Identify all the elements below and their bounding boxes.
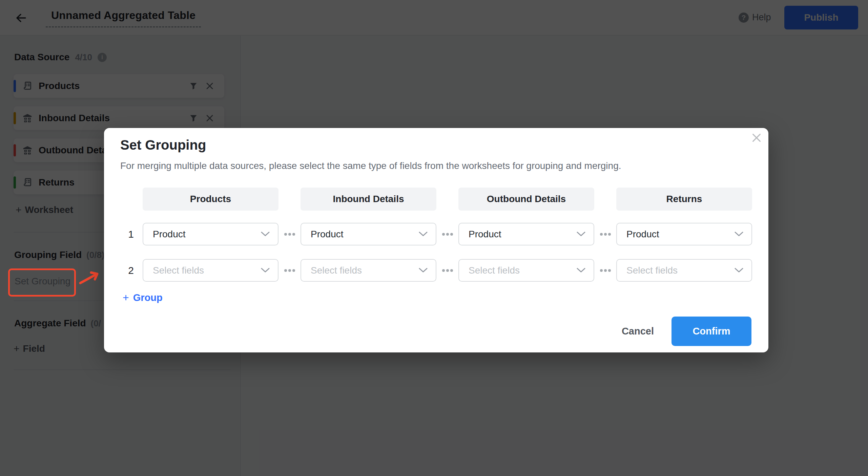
chevron-down-icon xyxy=(577,268,585,273)
column-header-row: Products Inbound Details Outbound Detail… xyxy=(120,188,754,211)
cancel-button[interactable]: Cancel xyxy=(622,326,654,337)
chevron-down-icon xyxy=(419,232,428,237)
link-dots-icon xyxy=(600,233,611,236)
selected-field: Product xyxy=(626,229,735,240)
plus-icon: + xyxy=(123,291,129,304)
modal-description: For merging multiple data sources, pleas… xyxy=(120,160,621,171)
row-index: 1 xyxy=(128,229,143,240)
set-grouping-highlight-box xyxy=(8,268,76,297)
chevron-down-icon xyxy=(261,268,270,273)
field-select-inbound-2[interactable]: Select fields xyxy=(301,259,436,282)
field-select-outbound-2[interactable]: Select fields xyxy=(458,259,594,282)
field-placeholder: Select fields xyxy=(626,265,735,276)
chevron-down-icon xyxy=(261,232,270,237)
field-select-inbound-1[interactable]: Product xyxy=(301,223,436,245)
chevron-down-icon xyxy=(735,268,743,273)
field-placeholder: Select fields xyxy=(311,265,419,276)
column-header-inbound-details: Inbound Details xyxy=(301,188,436,211)
link-dots-icon xyxy=(442,233,453,236)
chevron-down-icon xyxy=(577,232,585,237)
selected-field: Product xyxy=(311,229,419,240)
modal-title: Set Grouping xyxy=(120,137,206,153)
grouping-table: Products Inbound Details Outbound Detail… xyxy=(120,188,754,282)
app-root: Unnamed Aggregated Table ? Help Publish … xyxy=(0,0,868,476)
column-header-returns: Returns xyxy=(616,188,752,211)
set-grouping-modal: Set Grouping For merging multiple data s… xyxy=(104,128,768,352)
link-dots-icon xyxy=(600,269,611,272)
field-select-outbound-1[interactable]: Product xyxy=(458,223,594,245)
chevron-down-icon xyxy=(419,268,428,273)
link-dots-icon xyxy=(442,269,453,272)
field-placeholder: Select fields xyxy=(469,265,577,276)
row-index: 2 xyxy=(128,265,143,276)
selected-field: Product xyxy=(153,229,261,240)
confirm-button[interactable]: Confirm xyxy=(671,317,751,346)
link-dots-icon xyxy=(284,269,295,272)
add-group-label: Group xyxy=(133,292,163,303)
column-header-products: Products xyxy=(143,188,278,211)
grouping-row-2: 2 Select fields Select fields Select fie… xyxy=(120,259,754,282)
field-select-returns-2[interactable]: Select fields xyxy=(616,259,752,282)
add-group-button[interactable]: + Group xyxy=(123,291,163,304)
field-select-products-2[interactable]: Select fields xyxy=(143,259,278,282)
field-select-products-1[interactable]: Product xyxy=(143,223,278,245)
chevron-down-icon xyxy=(735,232,743,237)
field-select-returns-1[interactable]: Product xyxy=(616,223,752,245)
selected-field: Product xyxy=(469,229,577,240)
close-icon[interactable] xyxy=(751,133,762,143)
link-dots-icon xyxy=(284,233,295,236)
annotation-arrow-icon xyxy=(78,270,102,285)
column-header-outbound-details: Outbound Details xyxy=(458,188,594,211)
grouping-row-1: 1 Product Product Product Product xyxy=(120,223,754,245)
field-placeholder: Select fields xyxy=(153,265,261,276)
